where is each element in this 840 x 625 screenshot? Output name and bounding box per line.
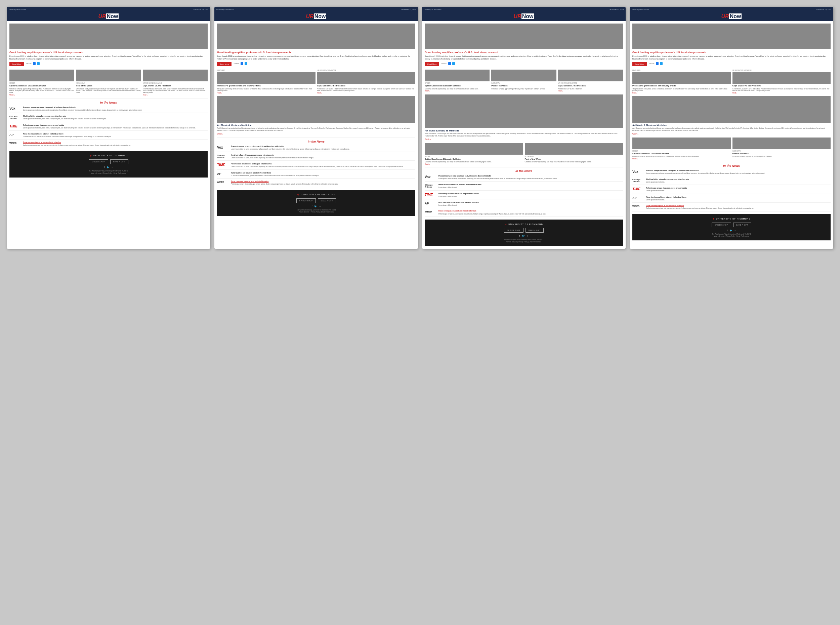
footer-university-4: University of Richmond xyxy=(716,218,751,220)
footer-social-2: f 🐦 ○ xyxy=(220,205,412,208)
art-music-title-3: Art Music & Music as Medicine xyxy=(425,129,623,132)
share-label-4: SHARE xyxy=(649,62,654,65)
spider-exc-link-3[interactable]: Watch » xyxy=(425,163,430,165)
prof-grant-image-2 xyxy=(217,72,316,84)
tribune-headline-4: Morbi vel tellus vehicula, posuere nunc … xyxy=(646,178,831,180)
share-label-1: SHARE xyxy=(26,62,32,65)
news-item-3-time: TIME Pellentesque ornare risus sed augue… xyxy=(425,193,623,199)
facebook-icon-2[interactable] xyxy=(240,62,243,65)
footer-social-3: f 🐦 ○ xyxy=(428,235,620,237)
browser-chrome-3: University of Richmond December 13, 2019 xyxy=(422,7,626,12)
facebook-icon-3[interactable] xyxy=(448,62,451,65)
secondary-link-1a[interactable]: Watch » xyxy=(9,94,15,96)
prof-grant-link-4[interactable]: Read » xyxy=(632,92,637,94)
secondary-link-3c[interactable]: Read » xyxy=(558,90,563,92)
time-logo-2: TIME xyxy=(217,163,229,167)
logo-ur-4: UR xyxy=(721,14,729,19)
capt-link-4[interactable]: Read » xyxy=(733,92,738,94)
twitter-icon-3[interactable] xyxy=(452,62,455,65)
facebook-icon-1[interactable] xyxy=(33,62,36,65)
facebook-icon-4[interactable] xyxy=(656,62,659,65)
art-music-link-2[interactable]: Watch » xyxy=(217,133,223,135)
spider-shop-btn-2[interactable]: SPIDER SHOP xyxy=(296,198,316,203)
spider-shop-btn-4[interactable]: SPIDER SHOP xyxy=(711,222,731,227)
twitter-footer-icon-3[interactable]: 🐦 xyxy=(522,235,525,237)
make-gift-btn-3[interactable]: MAKE A GIFT xyxy=(525,228,544,233)
secondary-image-1a xyxy=(9,70,74,81)
wired-headline-2: Donec consequat purus ac lacus molestie … xyxy=(231,180,415,183)
footer-address-1: 410 Westhampton Way, University of Richm… xyxy=(12,170,205,173)
footer-links-3: View in browser | Privacy Policy | Email… xyxy=(428,241,620,243)
time-text-4: Lorem ipsum dolor sit amet. xyxy=(646,190,831,192)
vox-logo-4: Vox xyxy=(632,169,644,174)
secondary-grid-3: SPIDER Spider Excellence: Elizabeth Schl… xyxy=(425,70,623,92)
art-music-link-4[interactable]: Watch » xyxy=(632,133,639,135)
spider-shop-btn-3[interactable]: SPIDER SHOP xyxy=(504,228,524,233)
spider-shop-btn-1[interactable]: SPIDER SHOP xyxy=(89,159,108,164)
tribune-headline-3: Morbi vel tellus vehicula, posuere nunc … xyxy=(439,183,623,186)
spider-exc-link-4[interactable]: Watch » xyxy=(632,158,638,160)
twitter-icon-2[interactable] xyxy=(245,62,247,65)
site-logo-3: URNow xyxy=(514,14,534,20)
hero-image-4 xyxy=(632,23,831,49)
twitter-footer-icon-2[interactable]: 🐦 xyxy=(314,205,317,208)
footer-address-3: 410 Westhampton Way, University of Richm… xyxy=(428,239,620,241)
make-gift-btn-1[interactable]: MAKE A GIFT xyxy=(110,159,129,164)
instagram-footer-icon-2[interactable]: ○ xyxy=(319,205,321,208)
secondary-link-1c[interactable]: Read » xyxy=(143,94,148,96)
wired-body-1: Donec consequat purus ac lacus molestie … xyxy=(23,141,208,146)
news-item-4-time: TIME Pellentesque ornare risus sed augue… xyxy=(632,187,831,194)
share-label-3: SHARE xyxy=(441,62,447,65)
news-item-1-time: TIME Pellentesque ornare risus sed augue… xyxy=(9,124,208,131)
spider-exc-image-3 xyxy=(425,143,523,155)
read-more-button-3[interactable]: Read More xyxy=(425,62,439,66)
secondary-link-3a[interactable]: Watch » xyxy=(425,90,430,92)
art-music-title-2: Art Music & Music as Medicine xyxy=(217,124,415,126)
art-music-link-3[interactable]: Watch » xyxy=(425,138,431,140)
prof-grant-body-2: The pivotal work being done across our c… xyxy=(217,88,316,92)
twitter-icon-4[interactable] xyxy=(660,62,663,65)
instagram-footer-icon-4[interactable]: ○ xyxy=(735,229,736,232)
read-more-button-1[interactable]: Read More xyxy=(9,62,24,66)
browser-url-3: University of Richmond xyxy=(424,8,441,11)
facebook-footer-icon-4[interactable]: f xyxy=(727,229,727,232)
news-item-3-vox: Vox Praesent semper urna non risus parti… xyxy=(425,175,623,182)
facebook-footer-icon-2[interactable]: f xyxy=(312,205,312,208)
browser-window-2: University of Richmond December 13, 2019… xyxy=(214,7,418,249)
tribune-headline-2: Morbi vel tellus vehicula, posuere nunc … xyxy=(231,154,415,156)
instagram-footer-icon-1[interactable]: ○ xyxy=(112,166,113,169)
news-item-3-wired: WIRED Donec consequat purus ac lacus mol… xyxy=(425,210,623,217)
secondary-tag-1a: SPIDER xyxy=(9,82,74,84)
prof-grant-link-2[interactable]: Read » xyxy=(217,92,222,94)
read-more-button-4[interactable]: Read More xyxy=(632,62,647,66)
article-body-1: Even though 2019 is winding down, it see… xyxy=(9,55,208,60)
vox-logo-1: Vox xyxy=(9,106,21,110)
secondary-body-1b: Christmas is hardly approaching and many… xyxy=(76,88,141,94)
read-more-button-2[interactable]: Read More xyxy=(217,62,231,66)
ap-headline-2: Nunc faucibus vel lacus sit amet eleifen… xyxy=(231,172,415,174)
wired-headline-1: Donec consequat purus ac lacus molestie … xyxy=(23,141,208,143)
make-gift-btn-4[interactable]: MAKE A GIFT xyxy=(733,222,752,227)
facebook-footer-icon-1[interactable]: f xyxy=(104,166,104,169)
twitter-footer-icon-1[interactable]: 🐦 xyxy=(107,166,110,169)
art-music-title-4: Art Music & Music as Medicine xyxy=(632,124,831,126)
make-gift-btn-2[interactable]: MAKE A GIFT xyxy=(318,198,336,203)
capt-daniel-link-2[interactable]: Read » xyxy=(317,92,322,94)
prof-grant-title-2: Professor's grant bolsters anti-slavery … xyxy=(217,85,316,87)
instagram-footer-icon-3[interactable]: ○ xyxy=(527,235,528,237)
time-body-3: Pellentesque ornare risus sed augue orna… xyxy=(439,193,623,198)
ap-body-2: Nunc faucibus vel lacus sit amet eleifen… xyxy=(231,172,415,177)
spider-exc-body-3: Christmas is hardly approaching and many… xyxy=(425,161,523,163)
prof-grant-body-4: The pivotal work being done across our c… xyxy=(632,88,731,92)
secondary-title-3b: Post of the Week xyxy=(491,85,556,87)
logo-ur-1: UR xyxy=(98,14,106,19)
twitter-footer-icon-4[interactable]: 🐦 xyxy=(730,229,733,232)
wired-logo-1: WIRED xyxy=(9,141,21,144)
twitter-icon-1[interactable] xyxy=(37,62,40,65)
tribune-logo-4: Chicago Tribune xyxy=(632,178,644,183)
time-headline-3: Pellentesque ornare risus sed augue orna… xyxy=(439,193,623,195)
post-week-title-4: Post of the Week xyxy=(733,152,831,155)
facebook-footer-icon-3[interactable]: f xyxy=(519,235,520,237)
tribune-body-1: Morbi vel tellus vehicula, posuere nunc … xyxy=(23,115,208,120)
post-week-title-3: Post of the Week xyxy=(525,158,623,160)
